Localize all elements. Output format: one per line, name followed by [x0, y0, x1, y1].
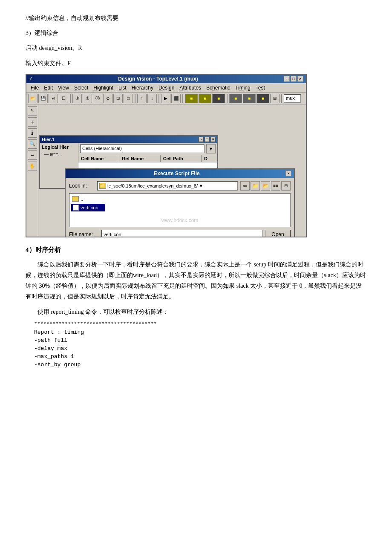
toolbar-btn-12[interactable]: ↓ — [147, 94, 157, 103]
section4-stars: **************************************** — [26, 321, 366, 327]
folder-icon-parent — [72, 196, 79, 202]
exec-lookin-path[interactable]: 📁 ic_soc/0.18um/icc_example/syn_dc/mux_8… — [97, 181, 238, 191]
toolbar-btn-16[interactable]: ■ — [199, 94, 211, 103]
toolbar-sep3 — [159, 94, 159, 103]
toolbar-btn-9[interactable]: ⊡ — [113, 94, 123, 103]
toolbar-sep6 — [281, 94, 282, 103]
hier-table-header: Cell Name Ref Name Cell Path D — [78, 155, 217, 162]
file-icon-verti — [73, 205, 79, 211]
toolbar-btn-20[interactable]: ■ — [257, 94, 269, 103]
section4-heading: 4）时序分析 — [26, 244, 366, 256]
exec-titlebar: Execute Script File × — [66, 169, 294, 178]
toolbar-btn-5[interactable]: ① — [72, 94, 82, 103]
toolbar-btn-6[interactable]: ② — [83, 94, 92, 103]
menu-list[interactable]: List — [116, 84, 129, 92]
exec-lookin-row: Look in: 📁 ic_soc/0.18um/icc_example/syn… — [69, 181, 291, 191]
menu-hierarchy[interactable]: Hierarchy — [129, 84, 156, 92]
exec-body: Look in: 📁 ic_soc/0.18um/icc_example/syn… — [66, 178, 294, 237]
exec-detail-view-btn[interactable]: ⊞ — [281, 181, 291, 191]
left-btn-move[interactable]: ✋ — [28, 162, 37, 171]
dv-titlebar-icon: ✓ — [29, 76, 32, 81]
toolbar-btn-8[interactable]: ⊙ — [103, 94, 112, 103]
intro-line1: //输出约束信息，自动规划布线需要 — [26, 13, 366, 23]
menu-attributes[interactable]: Attributes — [177, 84, 204, 92]
toolbar-btn-2[interactable]: 💾 — [38, 94, 48, 103]
hier-restore-btn[interactable]: □ — [205, 137, 210, 142]
exec-toolbar-right: ⇐ 📁 📂 ≡≡ ⊞ — [240, 181, 291, 191]
hier-logical-hier-label: Logical Hier — [42, 145, 76, 150]
hier-col-refname: Ref Name — [119, 155, 160, 162]
menu-highlight[interactable]: Highlight — [91, 84, 116, 92]
toolbar-btn-13[interactable]: ▶ — [161, 94, 170, 103]
toolbar-btn-7[interactable]: Ⓡ — [93, 94, 102, 103]
dv-left-panel: ↖ + ℹ 🔍 − ✋ — [26, 104, 38, 237]
code-line-4: -sort_by group — [26, 361, 366, 368]
exec-lookin-label: Look in: — [69, 183, 95, 189]
hier-close-btn[interactable]: × — [210, 137, 216, 142]
dv-maximize-btn[interactable]: □ — [291, 76, 297, 82]
toolbar-btn-3[interactable]: 🖨 — [49, 94, 58, 103]
exec-filename-label: File name: — [69, 231, 99, 237]
exec-path-text: ic_soc/0.18um/icc_example/syn_dc/mux_8/ — [107, 183, 198, 188]
left-btn-select[interactable]: ↖ — [28, 106, 37, 116]
hier-dropdown[interactable]: Cells (Hierarchical) — [80, 145, 205, 153]
exec-list-view-btn[interactable]: ≡≡ — [271, 181, 280, 191]
menu-test[interactable]: Test — [253, 84, 268, 92]
toolbar-btn-14[interactable]: ⬛ — [171, 94, 181, 103]
menu-view[interactable]: View — [55, 84, 72, 92]
exec-filename-input[interactable] — [101, 230, 262, 237]
left-btn-zoom-in[interactable]: + — [28, 117, 37, 127]
exec-parent-folder-label: .. — [81, 196, 84, 202]
toolbar-btn-10[interactable]: □ — [124, 94, 133, 103]
code-line-2: -delay max — [26, 345, 366, 352]
exec-dialog: Execute Script File × Look in: 📁 ic_soc/… — [65, 168, 295, 237]
toolbar-btn-19[interactable]: ■ — [243, 94, 256, 103]
toolbar-btn-18[interactable]: ■ — [229, 94, 242, 103]
hier-tree-item[interactable]: └─ ⊞==... — [42, 151, 76, 158]
toolbar-sep5 — [227, 94, 228, 103]
exec-title: Execute Script File — [68, 171, 285, 176]
menu-timing[interactable]: Timing — [233, 84, 253, 92]
left-btn-zoom-out[interactable]: − — [28, 150, 37, 160]
exec-parent-folder[interactable]: .. — [71, 195, 288, 203]
toolbar-btn-1[interactable]: 📂 — [28, 94, 37, 103]
hier-dropdown-arrow[interactable]: ▼ — [206, 144, 216, 153]
hier-titlebar-btns: - □ × — [199, 137, 216, 142]
code-line-3: -max_paths 1 — [26, 353, 366, 360]
hier-title: Hier.1 — [42, 137, 55, 142]
toolbar-btn-21[interactable]: ⊟ — [270, 94, 280, 103]
dv-close-btn[interactable]: × — [297, 76, 303, 82]
exec-file-verti-label: verti.con — [81, 205, 98, 210]
toolbar-btn-4[interactable]: ☐ — [59, 94, 68, 103]
exec-path-icon: 📁 — [99, 183, 106, 189]
exec-back-btn[interactable]: ⇐ — [240, 181, 250, 191]
exec-new-folder-btn[interactable]: 📂 — [261, 181, 270, 191]
toolbar-sep4 — [182, 94, 183, 103]
toolbar-sep2 — [135, 94, 135, 103]
dv-menubar: File Edit View Select Highlight List Hie… — [26, 83, 306, 93]
hier-toolbar: Cells (Hierarchical) ▼ — [78, 143, 217, 155]
toolbar-design-name[interactable]: mux — [284, 94, 301, 103]
dv-titlebar-buttons: - □ × — [284, 76, 303, 82]
exec-file-verti[interactable]: verti.con — [71, 204, 105, 211]
dv-title: Design Vision - TopLevel.1 (mux) — [118, 76, 198, 82]
menu-edit[interactable]: Edit — [41, 84, 55, 92]
exec-up-btn[interactable]: 📁 — [251, 181, 260, 191]
intro-line3: 启动 design_vision。R — [26, 43, 366, 53]
hier-minimize-btn[interactable]: - — [199, 137, 204, 142]
dv-minimize-btn[interactable]: - — [284, 76, 290, 82]
toolbar-btn-17[interactable]: ■ — [212, 94, 225, 103]
toolbar-btn-11[interactable]: ↑ — [137, 94, 147, 103]
menu-file[interactable]: File — [28, 84, 41, 92]
left-btn-zoom-rect[interactable]: 🔍 — [28, 139, 37, 149]
menu-select[interactable]: Select — [72, 84, 91, 92]
menu-schematic[interactable]: Schematic — [204, 84, 233, 92]
exec-close-btn[interactable]: × — [285, 171, 291, 176]
menu-design[interactable]: Design — [156, 84, 177, 92]
left-btn-info[interactable]: ℹ — [28, 128, 37, 138]
intro-line2-text: 逻辑综合 — [35, 30, 58, 36]
dv-toolbar: 📂 💾 🖨 ☐ ① ② Ⓡ ⊙ ⊡ □ ↑ ↓ ▶ ⬛ ■ ■ ■ ■ ■ ■ … — [26, 93, 306, 104]
exec-open-btn[interactable]: Open — [265, 230, 291, 237]
hier-col-d: D — [202, 155, 217, 162]
toolbar-btn-15[interactable]: ■ — [185, 94, 198, 103]
